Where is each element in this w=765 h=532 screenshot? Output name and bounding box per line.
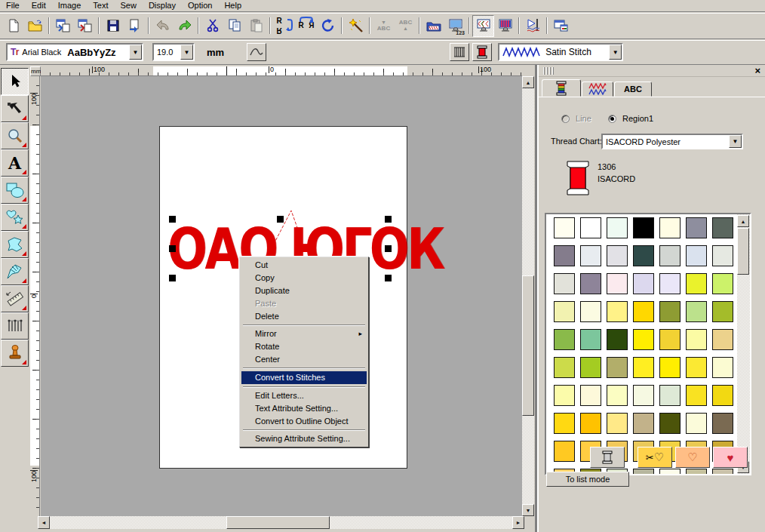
palette-color-swatch[interactable] [686,357,707,378]
menubar-item[interactable]: File [0,0,26,11]
palette-color-swatch[interactable] [686,385,707,406]
applique-button[interactable]: ♥ [713,447,748,468]
context-menu-item[interactable]: Convert to Outline Object [241,415,367,428]
paste-button[interactable] [245,15,267,37]
cut-button[interactable] [201,15,223,37]
palette-color-swatch[interactable] [686,245,707,266]
palette-color-swatch[interactable] [633,329,654,350]
manual-punch-tool[interactable] [1,258,29,285]
palette-color-swatch[interactable] [686,301,707,322]
menubar-item[interactable]: Image [52,0,88,11]
palette-color-swatch[interactable] [580,357,601,378]
palette-color-swatch[interactable] [659,357,681,378]
import-image-button[interactable] [74,15,96,37]
selection-handle-nw[interactable] [169,216,176,223]
menubar-item[interactable]: Display [143,0,182,11]
scroll-right-button[interactable]: ► [512,516,524,529]
palette-color-swatch[interactable] [659,273,681,294]
copy-button[interactable] [223,15,245,37]
panel-header[interactable]: × [539,65,765,77]
realistic-view-button[interactable] [472,15,494,37]
palette-color-swatch[interactable] [580,273,601,294]
design-database-button[interactable] [422,15,444,37]
palette-color-swatch[interactable] [607,357,628,378]
flip-vertical-button[interactable]: RR [273,15,295,37]
palette-color-swatch[interactable] [659,329,681,350]
flip-horizontal-button[interactable]: RЯ [295,15,317,37]
palette-color-swatch[interactable] [633,469,654,475]
menubar-item[interactable]: Help [218,0,247,11]
open-button[interactable] [24,15,46,37]
context-menu-item[interactable]: Cut [241,259,367,272]
palette-color-swatch[interactable] [580,245,601,266]
undo-button[interactable] [152,15,174,37]
palette-color-swatch[interactable] [554,217,575,238]
palette-color-swatch[interactable] [633,385,654,406]
palette-color-swatch[interactable] [633,245,654,266]
horizontal-scroll-thumb[interactable] [226,516,330,529]
outline-shape-tool[interactable] [1,231,29,258]
horizontal-scrollbar[interactable]: ◄ ► [38,516,524,529]
stitch-tool[interactable] [1,312,29,340]
panel-close-button[interactable]: × [754,65,760,76]
menubar-item[interactable]: Edit [26,0,52,11]
palette-color-swatch[interactable] [659,301,681,322]
palette-color-swatch[interactable] [554,245,575,266]
palette-scroll-up[interactable]: ▲ [737,215,749,227]
palette-color-swatch[interactable] [686,329,707,350]
palette-color-swatch[interactable] [554,273,575,294]
sew-type-arrow[interactable]: ▼ [609,45,622,60]
palette-color-swatch[interactable] [580,413,601,434]
thread-color-button[interactable] [472,43,492,61]
palette-color-swatch[interactable] [712,245,733,266]
context-menu-item[interactable]: Rotate [241,340,367,353]
region-sew-toggle[interactable] [450,43,469,61]
save-button[interactable] [102,15,124,37]
palette-color-swatch[interactable] [659,385,681,406]
tab-text[interactable]: ABC [614,81,652,97]
palette-color-swatch[interactable] [712,413,733,434]
palette-color-swatch[interactable] [686,413,707,434]
menubar-item[interactable]: Sew [114,0,142,11]
stitch-view-button[interactable] [494,15,516,37]
palette-color-swatch[interactable] [554,301,575,322]
text-fit-down-button[interactable]: ▼ABC [373,15,395,37]
stamp-tool[interactable] [1,340,29,367]
palette-color-swatch[interactable] [607,413,628,434]
redo-button[interactable] [174,15,195,37]
text-tool[interactable]: A [1,149,29,177]
applique-material-button[interactable]: ✂♡ [638,447,672,468]
selection-handle-se[interactable] [385,275,392,281]
palette-color-swatch[interactable] [554,385,575,406]
text-arrangement-button[interactable] [247,43,266,61]
import-design-button[interactable] [52,15,74,37]
palette-color-swatch[interactable] [554,441,575,462]
new-button[interactable] [2,15,24,37]
design-canvas[interactable]: ОАО ЮГОК Cut Copy Duplicate [41,76,522,516]
palette-color-swatch[interactable] [607,273,628,294]
palette-color-swatch[interactable] [607,217,628,238]
write-to-card-button[interactable] [124,15,146,37]
panel-grip[interactable] [543,67,555,75]
palette-color-swatch[interactable] [712,301,733,322]
fancy-shapes-tool[interactable] [1,204,29,231]
palette-color-swatch[interactable] [659,469,681,475]
palette-color-swatch[interactable] [659,413,681,434]
thread-chart-arrow[interactable]: ▼ [729,135,742,148]
palette-color-swatch[interactable] [633,217,654,238]
palette-color-swatch[interactable] [554,329,575,350]
palette-color-swatch[interactable] [633,301,654,322]
palette-color-swatch[interactable] [712,385,733,406]
palette-scroll-thumb[interactable] [737,228,749,275]
vertical-scrollbar[interactable]: ▲ ▼ [522,76,534,516]
palette-color-swatch[interactable] [554,413,575,434]
scroll-down-button[interactable]: ▼ [522,504,534,516]
scroll-left-button[interactable]: ◄ [38,516,50,529]
shapes-tool[interactable] [1,177,29,204]
palette-color-swatch[interactable] [712,329,733,350]
to-list-mode-button[interactable]: To list mode [546,472,629,487]
text-size-select[interactable]: 19.0 ▼ [152,43,195,61]
palette-color-swatch[interactable] [580,385,601,406]
palette-color-swatch[interactable] [633,413,654,434]
palette-color-swatch[interactable] [633,357,654,378]
